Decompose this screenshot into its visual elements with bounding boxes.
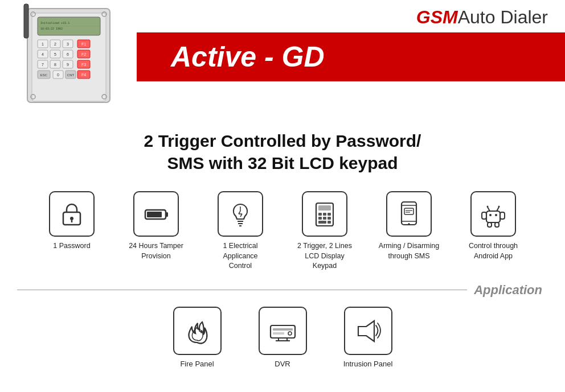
fire-icon: [182, 315, 213, 346]
product-title: Active - GD: [171, 41, 325, 73]
svg-rect-73: [486, 211, 500, 222]
feature-label-arming: Arming / Disarmingthrough SMS: [379, 241, 439, 261]
svg-text:10:03:22  1902: 10:03:22 1902: [40, 27, 63, 30]
feature-password: 1 Password: [35, 191, 109, 251]
top-section: Initialized v15.1 10:03:22 1902 1 2 3 F1…: [0, 0, 565, 114]
svg-rect-48: [147, 212, 162, 217]
svg-text:8: 8: [54, 63, 56, 67]
dvr-icon: [267, 315, 298, 346]
feature-icon-arming: [386, 191, 432, 237]
title-block: GSM Auto Dialer Active - GD: [137, 0, 565, 114]
svg-text:4: 4: [42, 52, 44, 56]
svg-rect-60: [327, 213, 331, 216]
svg-rect-82: [488, 222, 492, 227]
subtitle-line2: SMS with 32 Bit LCD keypad: [11, 152, 554, 174]
subtitle-line1: 2 Trigger Controlled by Password/: [11, 130, 554, 152]
app-fire: Fire Panel: [166, 307, 228, 368]
svg-rect-38: [24, 4, 28, 38]
svg-rect-84: [271, 325, 295, 338]
app-icon-intrusion: [344, 307, 392, 355]
main-subtitle: 2 Trigger Controlled by Password/ SMS wi…: [0, 114, 565, 180]
feature-icon-password: [49, 191, 95, 237]
siren-icon: [353, 315, 384, 346]
feature-electrical: 1 ElectricalApplicanceControl: [203, 191, 277, 271]
divider-line: [17, 290, 467, 291]
features-row: 1 Password 24 Hours TamperProvision: [0, 180, 565, 277]
svg-point-79: [498, 206, 500, 208]
mobile-sms-icon: [395, 200, 423, 228]
svg-rect-69: [404, 208, 413, 214]
svg-text:Initialized v15.1: Initialized v15.1: [40, 21, 69, 24]
svg-point-72: [408, 223, 410, 225]
feature-label-electrical: 1 ElectricalApplicanceControl: [223, 241, 257, 271]
feature-icon-android: [470, 191, 516, 237]
svg-rect-62: [323, 217, 326, 220]
svg-rect-59: [323, 213, 326, 216]
svg-text:ESC: ESC: [40, 73, 47, 77]
svg-text:3: 3: [67, 42, 69, 46]
device-image-area: Initialized v15.1 10:03:22 1902 1 2 3 F1…: [0, 0, 137, 114]
svg-point-75: [495, 214, 497, 216]
feature-android: Control throughAndroid App: [456, 191, 530, 261]
svg-text:F2: F2: [81, 52, 85, 56]
app-intrusion: Intrusion Panel: [337, 307, 399, 368]
brand-gsm: GSM: [416, 7, 458, 28]
svg-rect-85: [273, 328, 293, 331]
svg-rect-65: [327, 221, 331, 224]
app-label-dvr: DVR: [275, 360, 290, 368]
svg-point-74: [489, 214, 492, 216]
svg-rect-63: [327, 217, 331, 220]
brand-area: GSM Auto Dialer: [137, 0, 565, 28]
svg-rect-61: [318, 217, 322, 220]
svg-point-77: [487, 206, 489, 208]
svg-rect-57: [318, 205, 331, 211]
gsm-device-svg: Initialized v15.1 10:03:22 1902 1 2 3 F1…: [22, 3, 116, 108]
svg-point-87: [288, 332, 292, 335]
app-label-intrusion: Intrusion Panel: [343, 360, 393, 368]
svg-point-44: [70, 217, 73, 220]
svg-rect-47: [166, 212, 168, 217]
bulb-icon: [226, 200, 255, 228]
feature-label-android: Control throughAndroid App: [469, 241, 518, 261]
svg-rect-81: [500, 212, 505, 219]
svg-text:2: 2: [54, 42, 56, 46]
feature-icon-electrical: [218, 191, 263, 237]
svg-text:0: 0: [57, 73, 59, 77]
battery-icon: [142, 200, 170, 228]
lock-icon: [58, 200, 86, 228]
feature-icon-tamper: [133, 191, 179, 237]
calculator-icon: [310, 200, 339, 228]
brand-suffix: Auto Dialer: [458, 7, 548, 28]
divider-row: Application: [17, 283, 548, 298]
feature-trigger: 2 Trigger, 2 LinesLCD DisplayKeypad: [288, 191, 362, 271]
feature-label-tamper: 24 Hours TamperProvision: [129, 241, 183, 261]
application-label: Application: [474, 283, 548, 298]
app-icon-fire: [173, 307, 222, 355]
svg-text:5: 5: [54, 52, 56, 56]
app-icon-dvr: [259, 307, 307, 355]
svg-text:F3: F3: [81, 63, 85, 67]
svg-text:1: 1: [42, 42, 44, 46]
svg-rect-86: [273, 332, 284, 335]
svg-rect-80: [482, 212, 486, 219]
svg-rect-58: [318, 213, 322, 216]
feature-label-password: 1 Password: [53, 241, 90, 251]
applications-row: Fire Panel DVR I: [0, 300, 565, 374]
svg-text:F1: F1: [81, 42, 85, 46]
svg-text:7: 7: [42, 63, 44, 67]
feature-arming: Arming / Disarmingthrough SMS: [372, 191, 446, 261]
svg-text:9: 9: [67, 63, 69, 67]
feature-icon-trigger: [302, 191, 347, 237]
app-label-fire: Fire Panel: [180, 360, 214, 368]
svg-text:6: 6: [67, 52, 69, 56]
svg-rect-64: [318, 221, 326, 224]
feature-tamper: 24 Hours TamperProvision: [119, 191, 193, 261]
feature-label-trigger: 2 Trigger, 2 LinesLCD DisplayKeypad: [297, 241, 352, 271]
android-icon: [479, 200, 507, 228]
app-dvr: DVR: [251, 307, 314, 368]
svg-rect-83: [495, 222, 499, 227]
active-gd-banner: Active - GD: [137, 32, 565, 81]
svg-text:CNT: CNT: [67, 73, 74, 77]
svg-text:F4: F4: [81, 73, 85, 77]
